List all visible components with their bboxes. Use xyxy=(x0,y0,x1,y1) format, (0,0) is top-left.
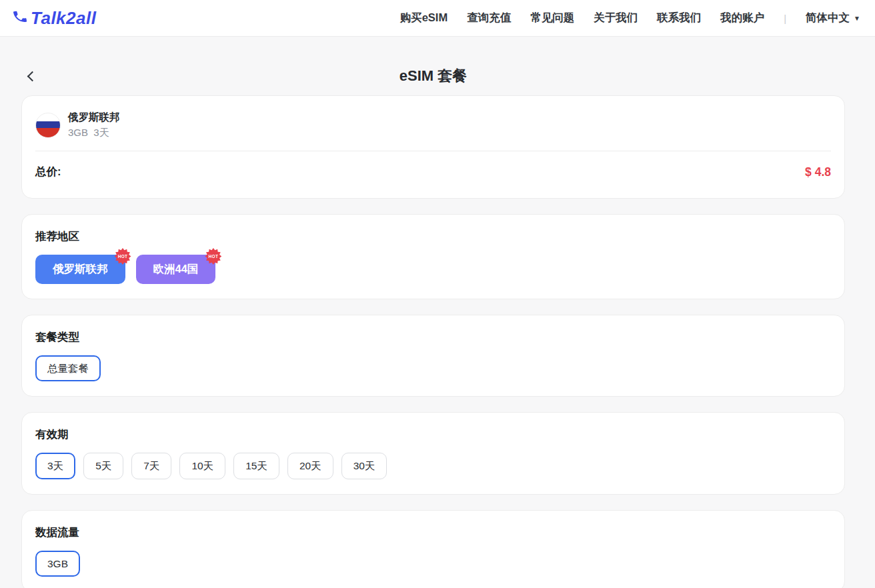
brand-name: Talk2all xyxy=(31,8,96,29)
data-volume-heading: 数据流量 xyxy=(35,525,831,540)
total-price: $ 4.8 xyxy=(805,165,831,179)
validity-option-5d[interactable]: 5天 xyxy=(83,453,123,479)
total-label: 总价: xyxy=(35,165,61,179)
data-volume-card: 数据流量 3GB xyxy=(21,510,845,588)
validity-heading: 有效期 xyxy=(35,427,831,442)
language-switcher[interactable]: 简体中文 ▼ xyxy=(806,11,860,25)
main-content: eSIM 套餐 俄罗斯联邦 3GB 3天 总价: $ 4.8 推荐地区 俄罗斯联… xyxy=(21,57,845,588)
plan-region-name: 俄罗斯联邦 xyxy=(68,111,120,125)
selected-plan-row: 俄罗斯联邦 3GB 3天 xyxy=(35,111,831,151)
back-button[interactable] xyxy=(21,67,40,85)
chevron-down-icon: ▼ xyxy=(854,15,860,22)
region-option-label: 欧洲44国 xyxy=(153,263,199,275)
region-option-label: 俄罗斯联邦 xyxy=(53,263,108,275)
page-title: eSIM 套餐 xyxy=(399,66,467,86)
hot-badge-icon: HOT xyxy=(205,248,221,265)
brand-logo[interactable]: Talk2all xyxy=(12,8,96,29)
nav-menu: 购买eSIM 查询充值 常见问题 关于我们 联系我们 我的账户 | 简体中文 ▼ xyxy=(400,11,860,25)
plan-info: 俄罗斯联邦 3GB 3天 xyxy=(68,111,120,139)
chevron-left-icon xyxy=(27,71,37,81)
package-type-heading: 套餐类型 xyxy=(35,330,831,345)
total-price-row: 总价: $ 4.8 xyxy=(35,151,831,183)
validity-option-20d[interactable]: 20天 xyxy=(287,453,333,479)
nav-item-about-us[interactable]: 关于我们 xyxy=(594,11,638,25)
page-header: eSIM 套餐 xyxy=(21,57,845,95)
phone-icon xyxy=(12,9,28,27)
data-volume-options: 3GB xyxy=(35,551,831,577)
order-summary-card: 俄罗斯联邦 3GB 3天 总价: $ 4.8 xyxy=(21,95,845,199)
validity-option-30d[interactable]: 30天 xyxy=(341,453,387,479)
nav-item-contact-us[interactable]: 联系我们 xyxy=(657,11,701,25)
package-type-card: 套餐类型 总量套餐 xyxy=(21,315,845,397)
data-volume-option-3gb[interactable]: 3GB xyxy=(35,551,80,577)
region-option-europe44[interactable]: 欧洲44国 HOT xyxy=(136,255,216,284)
nav-item-buy-esim[interactable]: 购买eSIM xyxy=(400,11,448,25)
region-option-russia[interactable]: 俄罗斯联邦 HOT xyxy=(35,255,125,284)
package-type-options: 总量套餐 xyxy=(35,355,831,381)
validity-option-3d[interactable]: 3天 xyxy=(35,453,75,479)
region-options: 俄罗斯联邦 HOT 欧洲44国 HOT xyxy=(35,255,831,284)
validity-option-10d[interactable]: 10天 xyxy=(179,453,225,479)
hot-badge-icon: HOT xyxy=(115,248,131,265)
nav-divider: | xyxy=(784,13,786,24)
validity-card: 有效期 3天 5天 7天 10天 15天 20天 30天 xyxy=(21,412,845,494)
validity-option-7d[interactable]: 7天 xyxy=(131,453,171,479)
nav-item-faq[interactable]: 常见问题 xyxy=(530,11,574,25)
russia-flag-icon xyxy=(35,113,61,138)
nav-item-query-recharge[interactable]: 查询充值 xyxy=(467,11,511,25)
validity-options: 3天 5天 7天 10天 15天 20天 30天 xyxy=(35,453,831,479)
plan-specs: 3GB 3天 xyxy=(68,127,120,139)
recommended-regions-card: 推荐地区 俄罗斯联邦 HOT 欧洲44国 HOT xyxy=(21,214,845,299)
package-type-option-total[interactable]: 总量套餐 xyxy=(35,355,101,381)
validity-option-15d[interactable]: 15天 xyxy=(233,453,279,479)
nav-item-my-account[interactable]: 我的账户 xyxy=(720,11,764,25)
top-navbar: Talk2all 购买eSIM 查询充值 常见问题 关于我们 联系我们 我的账户… xyxy=(0,0,875,37)
recommended-regions-heading: 推荐地区 xyxy=(35,229,831,244)
language-label: 简体中文 xyxy=(806,11,850,25)
